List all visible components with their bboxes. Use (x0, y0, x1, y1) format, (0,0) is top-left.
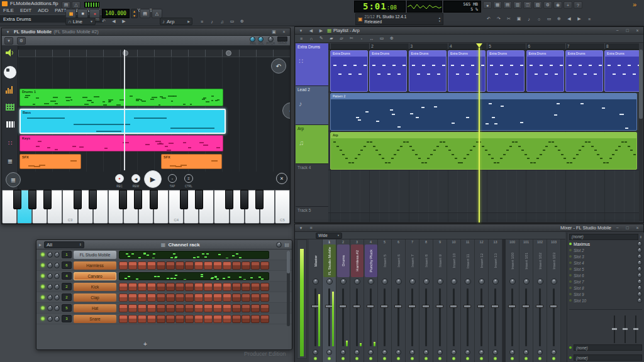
strip-gain-knob[interactable] (326, 349, 332, 355)
strip-mute-led[interactable] (397, 357, 400, 360)
fx-slot-3[interactable]: Slot 3 (567, 253, 644, 260)
mobile-playhead[interactable] (124, 50, 125, 170)
tap-tempo-icon[interactable]: ◉ (553, 1, 562, 9)
channel-button[interactable]: Snare (74, 315, 116, 323)
playlist-icon[interactable]: ▦ (493, 1, 502, 9)
strip-pan-knob[interactable] (551, 278, 557, 285)
channel-pan-knob[interactable] (47, 252, 53, 258)
mixer-track-number[interactable]: 2 (62, 293, 72, 301)
fx-bottom-slot-2[interactable]: (none) (569, 354, 642, 361)
mixer-strip-12[interactable]: 12Insert 12 (475, 239, 489, 362)
typing-keyboard-icon[interactable]: ▤ (62, 1, 70, 9)
mixer-strip-102[interactable]: 102Insert 102 (533, 239, 547, 362)
eq-fader-thumb[interactable] (623, 328, 628, 330)
piano-key-black[interactable] (89, 190, 97, 209)
fader-thumb[interactable] (522, 305, 530, 308)
news-scroll-arrows[interactable]: ▲▼ (438, 16, 441, 23)
playlist-track-header-5[interactable]: Track 5 (296, 207, 328, 222)
right-icon[interactable]: ▶ (575, 15, 584, 23)
strip-mute-led[interactable] (383, 357, 386, 360)
collapse-icon[interactable]: ▸ (39, 242, 42, 248)
channel-button[interactable]: Carvaro (74, 272, 116, 280)
metronome-icon[interactable]: △ (72, 1, 80, 9)
strip-mute-led[interactable] (369, 357, 372, 360)
fx-slot-led[interactable] (569, 268, 572, 270)
mixer-strip-2[interactable]: 2Drums (336, 239, 350, 362)
strip-mute-led[interactable] (328, 357, 331, 360)
maximize-icon[interactable]: □ (623, 28, 631, 33)
mixer-track-number[interactable]: 4 (62, 272, 72, 280)
strip-pan-knob[interactable] (409, 278, 416, 285)
step-cell[interactable] (166, 261, 175, 270)
wrench-icon[interactable]: ⚙ (17, 37, 26, 45)
plugin-options-icon[interactable]: ▾ (4, 37, 13, 45)
fx-slot-6[interactable]: Slot 6 (567, 272, 644, 278)
mobile-clip-sfx[interactable]: SFX (19, 154, 81, 169)
step-cell[interactable] (213, 293, 222, 302)
undo-button[interactable]: ↶ (271, 58, 286, 74)
strip-pan-knob[interactable] (326, 278, 333, 285)
fx-slot-mix-knob[interactable] (637, 273, 642, 278)
step-cell[interactable] (175, 315, 184, 323)
pattern-stepper[interactable]: ▲▼ (131, 9, 138, 18)
fx-slot-led[interactable] (569, 243, 572, 245)
step-cell[interactable] (223, 304, 231, 312)
piano-key-black[interactable] (255, 190, 264, 209)
rack-scrollbar-thumb[interactable] (287, 251, 290, 273)
step-cell[interactable] (204, 261, 213, 270)
clip-arp[interactable]: Arp (330, 132, 637, 170)
strip-mute-led[interactable] (411, 357, 414, 360)
fader-thumb[interactable] (353, 305, 360, 308)
browser-icon[interactable]: ▧ (533, 1, 542, 9)
mixer-strip-5[interactable]: 5Insert 5 (378, 239, 392, 362)
strip-gain-knob[interactable] (382, 349, 387, 355)
channel-volume-knob[interactable] (54, 263, 60, 268)
playhead-marker[interactable] (476, 43, 482, 48)
strip-mute-led[interactable] (525, 357, 528, 360)
playlist-scrollbar[interactable] (639, 50, 643, 221)
fx-slot-10[interactable]: Slot 10 (567, 297, 644, 304)
step-cell[interactable] (119, 283, 128, 291)
fx-stepper-icon[interactable]: ⇕ (640, 235, 642, 239)
mobile-clip-sfx[interactable]: SFX (161, 154, 222, 169)
mixer-strip-4[interactable]: 4Punchy Pluck (364, 239, 378, 362)
step-cell[interactable] (175, 293, 184, 302)
clip-extra-drums[interactable]: Extra Drums (487, 50, 525, 92)
mixer-strip-101[interactable]: 101Insert 101 (519, 239, 533, 362)
mobile-window-titlebar[interactable]: ▾ FL Studio Mobile (FL Studio Mobile #2)… (2, 28, 290, 36)
strip-gain-knob[interactable] (523, 349, 529, 355)
eq-fader-thumb[interactable] (612, 328, 617, 330)
step-cell[interactable] (138, 283, 147, 291)
fader-thumb[interactable] (550, 305, 557, 308)
strip-pan-knob[interactable] (537, 278, 543, 285)
eq-band-fader[interactable] (633, 315, 639, 343)
zoom-icon[interactable]: ⊕ (238, 18, 247, 25)
channel-enable-led[interactable] (41, 317, 45, 321)
select-icon[interactable]: ▭ (545, 15, 553, 23)
channel-pan-knob[interactable] (47, 284, 53, 290)
menu-file[interactable]: FILE (0, 8, 17, 13)
playlist-lane-4[interactable] (328, 170, 639, 213)
pitch-knob[interactable] (268, 36, 274, 42)
mobile-clip-bass[interactable]: Bass (19, 109, 226, 134)
news-panel[interactable]: ▣ 21/12FL Studio 12.4.1 Released ▲▼ (355, 13, 443, 25)
step-cell[interactable] (128, 315, 137, 323)
fast-forward-icon[interactable]: » (633, 1, 636, 8)
fx-slot-mix-knob[interactable] (637, 298, 642, 303)
strip-pan-knob[interactable] (479, 278, 485, 285)
fx-bottom-led[interactable] (569, 356, 572, 359)
step-cell[interactable] (128, 261, 137, 270)
step-cell[interactable] (213, 315, 222, 323)
paint-icon[interactable]: ▰ (327, 35, 336, 42)
piano-key-black[interactable] (13, 190, 21, 209)
step-cell[interactable] (128, 283, 137, 291)
mixer-strip-13[interactable]: 13Insert 13 (489, 239, 502, 362)
step-cell[interactable] (251, 315, 260, 323)
stop-button[interactable]: ■ (77, 9, 88, 18)
strip-mute-led[interactable] (552, 357, 555, 360)
channel-enable-led[interactable] (41, 274, 45, 278)
strip-mute-led[interactable] (355, 357, 358, 360)
window-menu-icon[interactable]: ▾ (297, 225, 305, 231)
strip-gain-knob[interactable] (492, 349, 498, 355)
channel-enable-led[interactable] (41, 285, 45, 288)
